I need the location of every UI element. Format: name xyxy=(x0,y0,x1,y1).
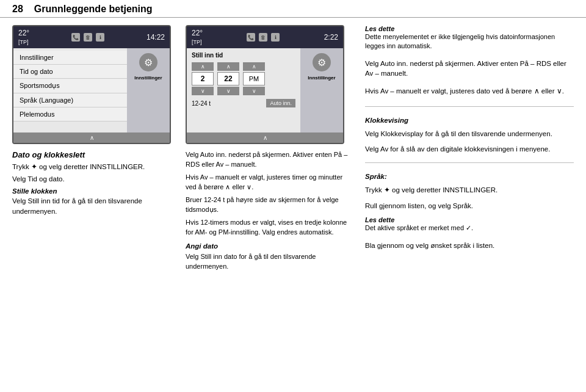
right-para6: Rull gjennom listen, og velg Språk. xyxy=(365,201,574,211)
time-format-row: 12-24 t Auto inn. xyxy=(192,99,295,107)
menu-item-pleiemodus[interactable]: Plelemodus xyxy=(13,107,127,122)
right-para5: Trykk ✦ og velg deretter INNSTILLINGER. xyxy=(365,185,574,195)
note2-text: Det aktive språket er merket med ✓. xyxy=(365,223,574,233)
page-header: 28 Grunnleggende betjening xyxy=(0,0,586,18)
hour-up[interactable]: ∧ xyxy=(192,62,214,71)
screen1-temp: 22° [TP] xyxy=(18,29,29,46)
icon-info-2: ℹ xyxy=(271,33,280,42)
note1-text: Dette menyelementet er ikke tilgjengelig… xyxy=(365,32,574,51)
gear-icon-1: ⚙ xyxy=(139,53,157,71)
mid-column: 22° [TP] 📞 🗑 ℹ 2:22 Still inn tid xyxy=(186,25,350,386)
mid-para3: Bruer 12-24 t på høyre side av skjermen … xyxy=(186,195,350,215)
screen-mockup-1: 22° [TP] 📞 🗑 ℹ 14:22 Innstillinger Tid o… xyxy=(12,25,171,144)
page-number: 28 xyxy=(12,4,23,15)
screen2-temp: 22° [TP] xyxy=(192,29,203,46)
sidebar2-label: Innstillinger xyxy=(308,75,335,81)
right-para1: Velg Auto inn. nederst på skjermen. Akti… xyxy=(365,59,574,79)
icon-phone: 📞 xyxy=(71,33,80,42)
right-para7: Bla gjennom og velg ønsket språk i liste… xyxy=(365,241,574,251)
screen1-topbar: 22° [TP] 📞 🗑 ℹ 14:22 xyxy=(13,26,170,48)
menu-item-sprak[interactable]: Språk (Language) xyxy=(13,93,127,107)
min-down[interactable]: ∨ xyxy=(217,87,239,95)
divider-2 xyxy=(365,162,574,163)
page: 28 Grunnleggende betjening 22° [TP] 📞 🗑 … xyxy=(0,0,586,392)
right-para3: Velg Klokkevisplay for å gå til den tils… xyxy=(365,129,574,139)
screen2-body: Still inn tid ∧ 2 ∨ ∧ 22 ∨ xyxy=(187,48,343,144)
mid-sub1: Angi dato xyxy=(186,241,350,252)
left-para3: Velg Still inn tid for å gå til den tils… xyxy=(12,196,177,216)
left-sub1: Stille klokken xyxy=(12,187,177,195)
screen1-menu: Innstillinger Tid og dato Sportsmodụs Sp… xyxy=(13,48,127,144)
icon-phone-2: 📞 xyxy=(247,33,255,42)
left-column: 22° [TP] 📞 🗑 ℹ 14:22 Innstillinger Tid o… xyxy=(12,25,177,386)
screen2-icons: 📞 🗑 ℹ xyxy=(247,33,280,42)
left-heading: Dato og klokkeslett xyxy=(12,150,177,159)
menu-item-tid[interactable]: Tid og dato xyxy=(13,65,127,79)
min-value: 22 xyxy=(217,72,239,85)
right-column: Les dette Dette menyelementet er ikke ti… xyxy=(359,25,574,386)
min-field: ∧ 22 ∨ xyxy=(217,62,239,95)
page-title: Grunnleggende betjening xyxy=(34,4,153,15)
divider-1 xyxy=(365,106,574,107)
ampm-up[interactable]: ∧ xyxy=(243,62,265,71)
left-text: Dato og klokkeslett Trykk ✦ og velg dere… xyxy=(12,150,177,219)
note2-label: Les dette xyxy=(365,216,574,223)
hour-down[interactable]: ∨ xyxy=(192,87,214,95)
time-inputs: ∧ 2 ∨ ∧ 22 ∨ ∧ PM xyxy=(192,62,295,95)
hour-field: ∧ 2 ∨ xyxy=(192,62,214,95)
icon-trash-2: 🗑 xyxy=(259,33,267,42)
left-para1: Trykk ✦ og velg deretter INNSTILLINGER. xyxy=(12,162,177,172)
ampm-field: ∧ PM ∨ xyxy=(243,62,265,95)
right-sub2: Språk: xyxy=(365,173,574,180)
scroll-up-arrow[interactable]: ∧ xyxy=(13,132,170,143)
screen1-icons: 📞 🗑 ℹ xyxy=(71,33,104,42)
sidebar1-label: Innstillinger xyxy=(134,75,162,81)
screen1-body: Innstillinger Tid og dato Sportsmodụs Sp… xyxy=(13,48,170,144)
ampm-value: PM xyxy=(243,72,265,85)
mid-para5: Velg Still inn dato for å gå til den til… xyxy=(186,252,350,272)
note-box-2: Les dette Det aktive språket er merket m… xyxy=(365,216,574,233)
screen2-sidebar: ⚙ Innstillinger xyxy=(300,48,343,144)
screen1-time: 14:22 xyxy=(146,33,165,42)
screen2-title: Still inn tid xyxy=(192,52,295,59)
left-para2: Velg Tid og dato. xyxy=(12,174,177,184)
format-label: 12-24 t xyxy=(192,100,211,107)
menu-item-innstillinger[interactable]: Innstillinger xyxy=(13,51,127,65)
mid-para1: Velg Auto inn. nederst på skjermen. Akti… xyxy=(186,150,350,170)
screen1-sidebar: ⚙ Innstillinger xyxy=(127,48,170,144)
min-up[interactable]: ∧ xyxy=(217,62,239,71)
note1-label: Les dette xyxy=(365,25,574,32)
right-para2: Hvis Av – manuelt er valgt, justeres dat… xyxy=(365,86,574,96)
main-content: 22° [TP] 📞 🗑 ℹ 14:22 Innstillinger Tid o… xyxy=(0,18,586,392)
gear-icon-2: ⚙ xyxy=(313,53,331,71)
menu-item-sports[interactable]: Sportsmodụs xyxy=(13,79,127,93)
mid-para4: Hvis 12-timers modus er valgt, vises en … xyxy=(186,218,350,238)
auto-button[interactable]: Auto inn. xyxy=(266,99,295,107)
right-para4: Velg Av for å slå av den digitale klokke… xyxy=(365,144,574,154)
right-sub1: Klokkevising xyxy=(365,117,574,124)
note-box-1: Les dette Dette menyelementet er ikke ti… xyxy=(365,25,574,51)
screen2-time: 2:22 xyxy=(324,33,338,42)
screen2-time-body: Still inn tid ∧ 2 ∨ ∧ 22 ∨ xyxy=(187,48,300,144)
icon-trash: 🗑 xyxy=(84,33,92,42)
icon-info: ℹ xyxy=(96,33,104,42)
mid-para2: Hvis Av – manuelt er valgt, justeres tim… xyxy=(186,173,350,192)
hour-value: 2 xyxy=(192,72,214,85)
mid-text: Velg Auto inn. nederst på skjermen. Akti… xyxy=(186,150,350,275)
screen2-topbar: 22° [TP] 📞 🗑 ℹ 2:22 xyxy=(187,26,343,48)
ampm-down[interactable]: ∨ xyxy=(243,87,265,95)
screen-mockup-2: 22° [TP] 📞 🗑 ℹ 2:22 Still inn tid xyxy=(186,25,344,144)
scroll-up-arrow-2[interactable]: ∧ xyxy=(187,132,343,143)
